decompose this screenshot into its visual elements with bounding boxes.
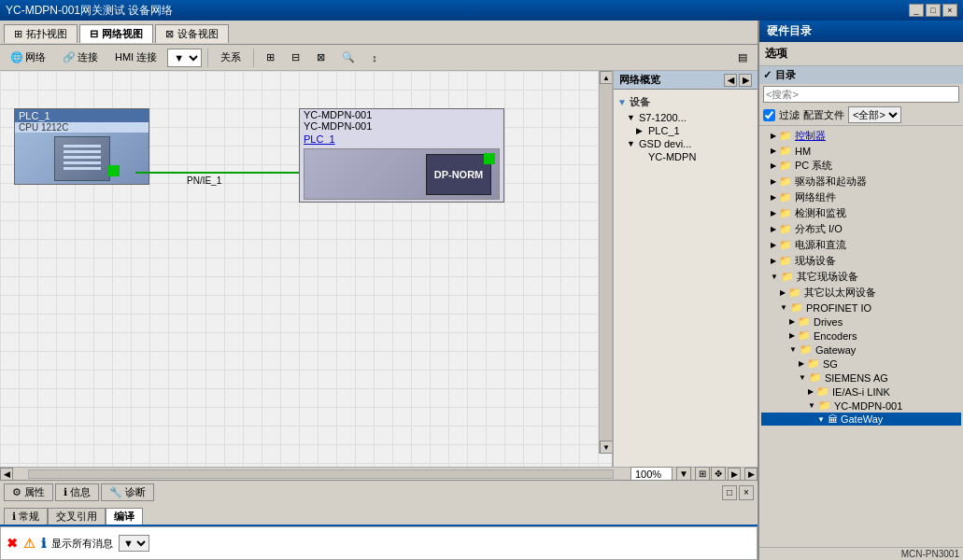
hw-drives-expand-icon: ▶ [789,317,795,326]
cpu-line-1 [64,145,101,147]
prop-tab-properties[interactable]: ⚙ 属性 [4,483,53,501]
hw-item-power[interactable]: ▶ 📁 电源和直流 [761,237,961,253]
horizontal-scrollbar[interactable]: ◀ 100% ▼ ⊞ ✥ ▶ ▶ [0,467,758,480]
prop-close-button[interactable]: × [739,485,754,500]
connect-button[interactable]: 🔗 连接 [56,49,105,66]
hmi-button[interactable]: HMI 连接 [108,49,163,66]
hw-item-other-field[interactable]: ▼ 📁 其它现场设备 [761,269,961,285]
hw-filter-row: 过滤 配置文件 <全部> [759,105,963,126]
network-button[interactable]: 🌐 网络 [4,49,52,66]
vertical-scrollbar[interactable]: ▲ ▼ [599,71,612,454]
dist-io-expand-icon: ▶ [771,225,776,233]
tab-network[interactable]: ⊟ 网络视图 [79,24,153,43]
tree-item-ycmdpn[interactable]: YC-MDPN [617,150,754,163]
hw-item-other-eth[interactable]: ▶ 📁 其它以太网设备 [761,285,961,301]
dist-io-folder-icon: 📁 [779,223,792,235]
view-btn-5[interactable]: ↕ [365,50,384,65]
scroll-track-vertical[interactable] [600,84,612,441]
controller-label: 控制器 [795,129,826,143]
view-btn-2[interactable]: ⊟ [285,49,306,65]
status-bar: ✖ ⚠ ℹ 显示所有消息 ▼ [0,526,758,560]
hw-item-controller[interactable]: ▶ 📁 控制器 [761,128,961,144]
catalog-expand-icon: ✓ [763,69,772,81]
tree-expand-plc1: ▶ [636,126,645,135]
network-canvas[interactable]: PLC_1 CPU 1212C [0,71,613,467]
scroll-down-button[interactable]: ▼ [600,441,613,454]
hw-item-hm[interactable]: ▶ 📁 HM [761,144,961,158]
maximize-button[interactable]: □ [926,4,941,17]
hw-item-dist-io[interactable]: ▶ 📁 分布式 I/O [761,221,961,237]
nav-prev-button[interactable]: ◀ [724,74,737,87]
prop-tab-diag[interactable]: 🔧 诊断 [101,483,154,501]
main-toolbar: 🌐 网络 🔗 连接 HMI 连接 ▼ 关系 ⊞ ⊟ ⊠ 🔍 ↕ [0,45,758,71]
hw-item-detect[interactable]: ▶ 📁 检测和监视 [761,205,961,221]
network-panel-nav[interactable]: ◀ ▶ [724,74,752,87]
prop-collapse-button[interactable]: □ [722,485,737,500]
dist-io-label: 分布式 I/O [795,222,843,236]
tree-item-plc1[interactable]: ▶ PLC_1 [617,124,754,137]
message-filter-select[interactable]: ▼ [119,535,149,552]
other-field-expand-icon: ▼ [771,273,778,281]
encoders-expand-icon: ▶ [789,331,795,340]
gateway-block[interactable]: YC-MDPN-001 YC-MDPN-001 PLC_1 DP-NORM [299,108,504,203]
hw-search-input[interactable] [763,86,959,103]
hw-filter-select[interactable]: <全部> [848,106,901,123]
hw-item-profinet[interactable]: ▼ 📁 PROFINET IO [761,301,961,315]
hw-item-field[interactable]: ▶ 📁 现场设备 [761,253,961,269]
diag-icon: 🔧 [109,486,122,498]
tab-compile[interactable]: 编译 [106,508,143,525]
scroll-left-button[interactable]: ◀ [0,468,13,481]
hw-item-gateway-folder[interactable]: ▼ 📁 Gateway [761,343,961,357]
window-controls[interactable]: _ □ × [909,4,957,17]
hw-item-yc-mdpn-folder[interactable]: ▼ 📁 YC-MDPN-001 [761,399,961,413]
scroll-track-horizontal[interactable] [28,469,614,479]
plc-block[interactable]: PLC_1 CPU 1212C [14,108,149,185]
view-tabs: ⊞ 拓扑视图 ⊟ 网络视图 ⊠ 设备视图 [0,21,758,45]
hw-item-siemens[interactable]: ▼ 📁 SIEMENS AG [761,371,961,385]
hw-tree: ▶ 📁 控制器 ▶ 📁 HM ▶ 📁 PC 系统 ▶ 📁 驱动器和起动器 ▶ [759,126,963,547]
minimize-button[interactable]: _ [909,4,924,17]
tab-topology[interactable]: ⊞ 拓扑视图 [4,24,78,43]
hw-catalog-header[interactable]: ✓ 目录 [759,66,963,84]
tree-item-gsd[interactable]: ▼ GSD devi... [617,137,754,150]
pc-folder-icon: 📁 [779,160,792,172]
hw-item-drives[interactable]: ▶ 📁 驱动器和起动器 [761,174,961,189]
network-comp-folder-icon: 📁 [779,191,792,203]
tab-crossref[interactable]: 交叉引用 [48,508,106,525]
close-button[interactable]: × [942,4,957,17]
hw-item-network[interactable]: ▶ 📁 网络组件 [761,189,961,205]
view-btn-1[interactable]: ⊞ [260,49,281,65]
tab-device[interactable]: ⊠ 设备视图 [155,24,229,43]
detect-label: 检测和监视 [795,206,846,220]
field-folder-icon: 📁 [779,255,792,267]
hw-item-ie-as-link[interactable]: ▶ 📁 IE/AS-i LINK [761,385,961,399]
hw-item-gateway-item[interactable]: ▼ 🏛 GateWay [761,413,961,426]
hmi-select[interactable]: ▼ [167,49,202,67]
other-field-label: 其它现场设备 [797,270,858,284]
gw-link[interactable]: PLC_1 [300,132,503,147]
tree-item-s7[interactable]: ▼ S7-1200... [617,111,754,124]
prop-controls: □ × [722,485,754,500]
scroll-end-button[interactable]: ▶ [744,468,758,481]
view-btn-3[interactable]: ⊠ [310,49,332,65]
hw-item-pc[interactable]: ▶ 📁 PC 系统 [761,158,961,174]
panel-toggle-button[interactable]: ▤ [731,49,754,65]
scroll-up-button[interactable]: ▲ [600,71,613,84]
hw-filter-checkbox[interactable] [763,109,775,121]
power-label: 电源和直流 [795,238,846,252]
relation-button[interactable]: 关系 [214,49,248,66]
cpu-lines [64,145,101,173]
nav-next-button[interactable]: ▶ [739,74,752,87]
ie-as-folder-icon: 📁 [816,385,829,398]
prop-tab-info[interactable]: ℹ 信息 [55,483,99,501]
hw-item-sg[interactable]: ▶ 📁 SG [761,357,961,371]
hw-item-encoders[interactable]: ▶ 📁 Encoders [761,329,961,343]
yc-mdpn-folder-icon: 📁 [818,399,831,412]
tab-normal[interactable]: ℹ 常规 [4,508,48,525]
view-btn-4[interactable]: 🔍 [335,49,361,65]
power-expand-icon: ▶ [771,241,776,249]
network-tree: ▼ 设备 ▼ S7-1200... ▶ PLC_1 ▼ GSD devi... [614,90,758,467]
gateway-folder-expand-icon: ▼ [789,345,797,354]
hw-item-hw-drives[interactable]: ▶ 📁 Drives [761,315,961,329]
scroll-right-button[interactable]: ▶ [728,468,741,481]
